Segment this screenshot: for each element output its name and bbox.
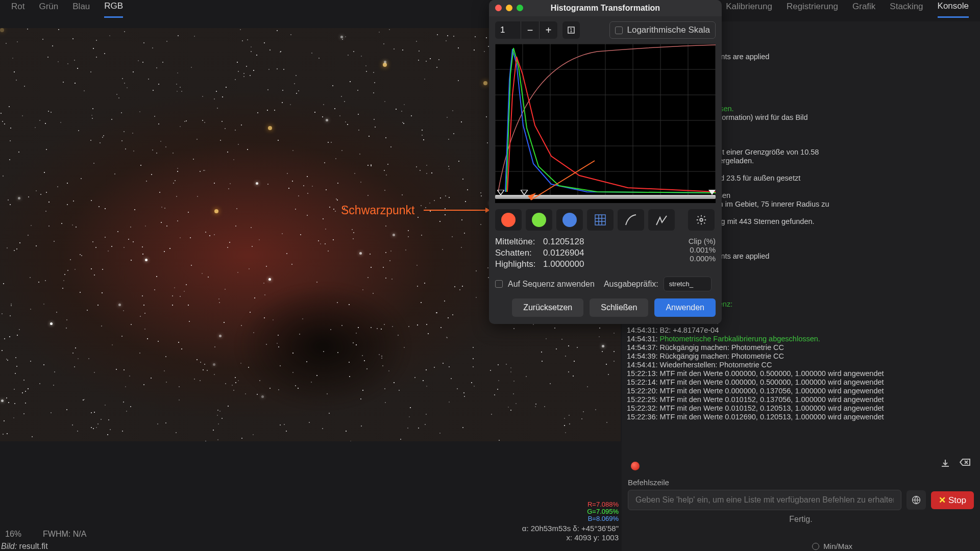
language-button[interactable]: [906, 490, 926, 510]
grid-toggle-button[interactable]: [587, 209, 614, 231]
channel-tabs: Rot Grün Blau RGB: [0, 0, 134, 18]
arrow-icon: [526, 158, 597, 204]
file-label: Bild:: [1, 542, 17, 550]
tab-rgb[interactable]: RGB: [104, 1, 123, 18]
apply-sequence-label: Auf Sequenz anwenden: [508, 280, 595, 289]
svg-marker-21: [708, 190, 716, 195]
annotation-schwarzpunkt: Schwarzpunkt: [341, 204, 414, 217]
midtones-value: 0.1205128: [543, 237, 584, 247]
tab-kalibrierung[interactable]: Kalibrierung: [726, 2, 772, 17]
shadows-label: Schatten:: [495, 248, 535, 258]
highlights-value: 1.0000000: [543, 259, 584, 269]
curve-toggle-button[interactable]: [618, 209, 644, 231]
tab-konsole[interactable]: Konsole: [938, 1, 969, 18]
clip-label: Clip (%): [689, 237, 716, 245]
minimize-icon[interactable]: [506, 5, 512, 11]
dialog-titlebar[interactable]: Histogramm Transformation: [489, 0, 722, 16]
zoom-control: 1 − +: [495, 21, 557, 39]
zoom-level: 16%: [5, 530, 21, 539]
wcs-coords: α: 20h53m53s δ: +45°36'58": [522, 524, 619, 533]
export-icon[interactable]: [940, 458, 950, 470]
histogram-dialog: Histogramm Transformation 1 − + 1 Logari…: [489, 0, 722, 324]
shadows-value: 0.0126904: [543, 248, 584, 258]
highlight-slider-handle[interactable]: [708, 190, 716, 195]
pixel-coords: x: 4093 y: 1003: [566, 533, 619, 542]
maximize-icon[interactable]: [517, 5, 523, 11]
svg-marker-19: [497, 190, 504, 195]
svg-text:1: 1: [570, 28, 573, 33]
tab-registrierung[interactable]: Registrierung: [787, 2, 838, 17]
tab-grafik[interactable]: Grafik: [852, 2, 875, 17]
file-name: result.fit: [19, 542, 48, 550]
svg-point-22: [700, 218, 703, 221]
checkbox-icon: [615, 27, 623, 34]
log-scale-toggle[interactable]: Logarithmische Skala: [609, 21, 716, 39]
record-icon[interactable]: [631, 462, 640, 470]
clip-high-value: 0.001%: [689, 245, 716, 254]
fwhm-value: FWHM: N/A: [43, 530, 86, 539]
close-button[interactable]: Schließen: [590, 298, 648, 317]
dialog-title: Histogramm Transformation: [551, 4, 660, 13]
shadow-slider-handle[interactable]: [497, 190, 504, 195]
minmax-option[interactable]: Min/Max: [812, 542, 852, 550]
tab-gruen[interactable]: Grün: [39, 2, 58, 17]
prefix-label: Ausgabepräfix:: [604, 280, 658, 289]
radio-icon: [812, 543, 819, 550]
settings-button[interactable]: [688, 209, 715, 231]
arrow-icon: [424, 210, 488, 211]
command-input[interactable]: [628, 490, 901, 510]
command-label: Befehlszeile: [628, 478, 974, 487]
highlights-label: Highlights:: [495, 259, 535, 269]
channel-blue-button[interactable]: [556, 209, 583, 231]
midtones-label: Mitteltöne:: [495, 237, 535, 247]
stop-button[interactable]: ✕Stop: [931, 491, 974, 509]
clear-icon[interactable]: [960, 458, 971, 470]
svg-line-0: [531, 161, 595, 200]
pixel-rgb-readout: R=7.088% G=7.095% B=8.069%: [587, 501, 619, 522]
zoom-in-button[interactable]: +: [539, 21, 557, 39]
prefix-input[interactable]: [664, 277, 712, 291]
apply-button[interactable]: Anwenden: [654, 298, 716, 317]
clip-low-value: 0.000%: [689, 254, 716, 263]
zoom-value[interactable]: 1: [495, 22, 521, 38]
status-ready: Fertig.: [622, 515, 980, 523]
tab-rot[interactable]: Rot: [11, 2, 24, 17]
zoom-fit-button[interactable]: 1: [562, 21, 580, 39]
autostretch-button[interactable]: [648, 209, 675, 231]
zoom-out-button[interactable]: −: [521, 21, 539, 39]
channel-red-button[interactable]: [495, 209, 522, 231]
reset-button[interactable]: Zurücksetzen: [512, 298, 583, 317]
workflow-tabs: Kalibrierung Registrierung Grafik Stacki…: [715, 0, 980, 18]
tab-blau[interactable]: Blau: [72, 2, 90, 17]
close-icon[interactable]: [495, 5, 502, 11]
channel-green-button[interactable]: [526, 209, 552, 231]
tab-stacking[interactable]: Stacking: [890, 2, 923, 17]
apply-sequence-checkbox[interactable]: [495, 280, 503, 288]
